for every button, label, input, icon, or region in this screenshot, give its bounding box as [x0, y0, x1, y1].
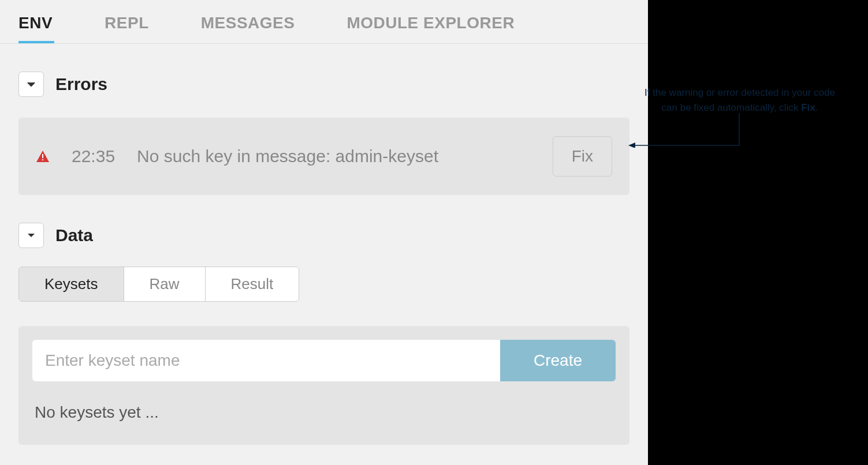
chevron-down-icon [27, 79, 35, 89]
errors-title: Errors [55, 74, 107, 94]
data-tabs: Keysets Raw Result [18, 267, 299, 302]
annotation-callout: If the warning or error detected in your… [616, 85, 864, 115]
annotation-line2-bold: Fix [801, 102, 815, 113]
data-tab-result[interactable]: Result [206, 267, 299, 301]
svg-rect-2 [42, 154, 43, 158]
keysets-empty-message: No keysets yet ... [32, 403, 616, 431]
warning-triangle-icon [36, 150, 50, 163]
app-panel: ENV REPL MESSAGES MODULE EXPLORER Errors [0, 0, 648, 465]
tab-messages[interactable]: MESSAGES [201, 14, 295, 43]
errors-section-header: Errors [18, 72, 629, 97]
svg-rect-3 [42, 159, 43, 160]
data-tab-keysets[interactable]: Keysets [19, 267, 124, 301]
svg-marker-4 [28, 234, 35, 237]
create-button[interactable]: Create [500, 340, 616, 381]
keyset-panel: Create No keysets yet ... [18, 326, 629, 445]
errors-section: Errors 22:35 No such key in message: adm… [0, 72, 648, 195]
tab-module-explorer[interactable]: MODULE EXPLORER [347, 14, 515, 43]
annotation-line2-suffix: . [815, 102, 818, 113]
tab-repl[interactable]: REPL [105, 14, 149, 43]
annotation-line2: can be fixed automatically, click Fix. [616, 100, 864, 115]
error-message: No such key in message: admin-keyset [137, 147, 531, 166]
fix-button[interactable]: Fix [553, 136, 612, 177]
annotation-line2-prefix: can be fixed automatically, click [662, 102, 802, 113]
data-collapse-button[interactable] [18, 223, 44, 248]
data-title: Data [55, 226, 93, 245]
data-section-header: Data [18, 223, 629, 248]
errors-collapse-button[interactable] [18, 72, 44, 97]
tabs-bar: ENV REPL MESSAGES MODULE EXPLORER [0, 0, 648, 44]
chevron-down-icon [27, 230, 35, 241]
keyset-input-row: Create [32, 340, 616, 381]
tab-env[interactable]: ENV [18, 14, 53, 43]
error-row: 22:35 No such key in message: admin-keys… [18, 118, 629, 195]
keyset-name-input[interactable] [32, 340, 500, 381]
annotation-line1: If the warning or error detected in your… [616, 85, 864, 100]
error-time: 22:35 [72, 147, 115, 166]
data-section: Data Keysets Raw Result Create No keyset… [0, 223, 648, 445]
data-tab-raw[interactable]: Raw [124, 267, 206, 301]
